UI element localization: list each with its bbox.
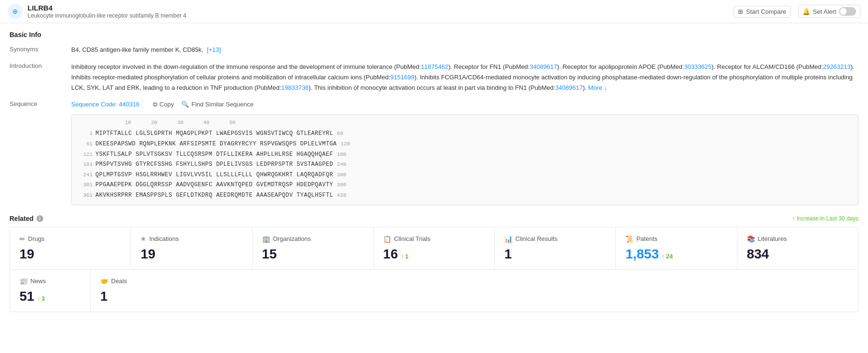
related-info-icon[interactable]: i [37, 215, 43, 222]
synonyms-value: B4, CD85 antigen-like family member K, C… [71, 45, 859, 55]
related-cards-row1: ✏ Drugs 19 ✳ Indications 19 🏢 Organizati… [9, 227, 859, 270]
gene-subtitle: Leukocyte immunoglobulin-like receptor s… [28, 12, 186, 19]
ruler-40: 40 [203, 119, 229, 127]
intro-text-4: ). Receptor for ALCAM/CD166 (PubMed: [712, 63, 823, 70]
intro-pubmed-link-1[interactable]: 11875462 [421, 63, 448, 70]
seq-seg-121: YSKFTLSALP SPLVTSGKSV TLLCQSRSPM DTFLLIK… [95, 150, 333, 160]
card-clinical-results[interactable]: 📊 Clinical Results 1 [495, 228, 616, 269]
sequence-row: Sequence Sequence Code: 440316 ⧉ Copy 🔍 … [9, 100, 859, 205]
card-organizations[interactable]: 🏢 Organizations 15 [253, 228, 374, 269]
patents-label: Patents [636, 235, 657, 242]
seq-num-61: 61 [77, 140, 95, 149]
header: ⊕ LILRB4 Leukocyte immunoglobulin-like r… [0, 0, 868, 23]
intro-pubmed-link-5[interactable]: 9151699 [390, 74, 415, 81]
set-alert-button[interactable]: 🔔 Set Alert [798, 5, 860, 18]
clinical-results-icon: 📊 [504, 235, 512, 243]
seq-row-301: 301 PPGAAEPEPK DGGLQRRSSP AADVQGENFC AAV… [77, 180, 852, 191]
seq-row-241: 241 QPLMPTGSVP HSGLRRHWEV LIGVLVVSIL LLS… [77, 170, 852, 181]
seq-row-1: 1 MIPTFTALLC LGLSLGPRTH MQAGPLPKPT LWAEP… [77, 129, 852, 139]
patents-icon: 📜 [625, 235, 633, 243]
seq-num-301: 301 [77, 181, 95, 190]
seq-num-121: 121 [77, 150, 95, 160]
introduction-value: Inhibitory receptor involved in the down… [71, 62, 859, 93]
seq-end-181: 240 [337, 160, 347, 170]
card-literatures[interactable]: 📚 Literatures 834 [737, 228, 858, 269]
sequence-code[interactable]: Sequence Code: 440316 [71, 100, 140, 110]
related-cards-row2: 📰 News 51 ↑ 3 🤝 Deals 1 [9, 270, 859, 312]
drugs-value: 19 [19, 247, 121, 262]
set-alert-label: Set Alert [813, 8, 836, 15]
news-value-row: 51 ↑ 3 [19, 289, 81, 304]
intro-text-3: ). Receptor for apolipoprotein APOE (Pub… [557, 63, 684, 70]
card-drugs[interactable]: ✏ Drugs 19 [10, 228, 131, 269]
intro-text-7: ). This inhibition of monocyte activatio… [309, 84, 555, 91]
intro-text-1: Inhibitory receptor involved in the down… [71, 63, 421, 70]
indications-label: Indications [149, 235, 179, 242]
clinical-trials-value: 16 [383, 247, 398, 262]
card-clinical-trials[interactable]: 📋 Clinical Trials 16 ↑ 1 [374, 228, 495, 269]
seq-num-241: 241 [77, 171, 95, 180]
seq-row-121: 121 YSKFTLSALP SPLVTSGKSV TLLCQSRSPM DTF… [77, 150, 852, 160]
drugs-label: Drugs [28, 235, 45, 242]
intro-pubmed-link-4[interactable]: 29263213 [823, 63, 850, 70]
seq-seg-61: DKEESPAPSWD RQNPLEPKNK ARFSIPSMTE DYAGRY… [95, 139, 337, 150]
header-actions: ⊞ Start Compare 🔔 Set Alert [734, 5, 860, 18]
related-section: Related i ↑ Increase in Last 30 days ✏ D… [9, 215, 859, 312]
sequence-ruler: 10 20 30 40 50 [77, 119, 852, 127]
card-clinical-results-header: 📊 Clinical Results [504, 235, 606, 243]
seq-seg-181: PMSPVTSVHG GTYRCFSSHG FSHYLLSHPS DPLELIV… [95, 160, 333, 170]
indications-value: 19 [141, 247, 242, 262]
header-left: ⊕ LILRB4 Leukocyte immunoglobulin-like r… [8, 4, 186, 19]
patents-increase: ↑ 24 [661, 253, 672, 260]
synonyms-more-link[interactable]: [+13] [207, 46, 221, 53]
seq-seg-241: QPLMPTGSVP HSGLRRHWEV LIGVLVVSIL LLSLLLF… [95, 170, 333, 181]
literatures-label: Literatures [758, 235, 787, 242]
copy-button[interactable]: ⧉ Copy [153, 100, 174, 110]
news-up-arrow: ↑ [37, 296, 40, 302]
find-similar-button[interactable]: 🔍 Find Similar Sequence [181, 100, 254, 110]
seq-seg-1: MIPTFTALLC LGLSLGPRTH MQAGPLPKPT LWAEPGS… [95, 129, 333, 139]
sequence-header: Sequence Code: 440316 ⧉ Copy 🔍 Find Simi… [71, 100, 859, 110]
card-patents[interactable]: 📜 Patents 1,853 ↑ 24 [616, 228, 737, 269]
intro-pubmed-link-3[interactable]: 30333625 [684, 63, 712, 70]
alert-toggle[interactable] [839, 7, 856, 16]
card-literatures-header: 📚 Literatures [747, 235, 849, 243]
ruler-30: 30 [177, 119, 203, 127]
intro-pubmed-link-7[interactable]: 34089617 [555, 84, 583, 91]
header-info: LILRB4 Leukocyte immunoglobulin-like rec… [28, 4, 186, 19]
sequence-value: Sequence Code: 440316 ⧉ Copy 🔍 Find Simi… [71, 100, 859, 205]
sequence-actions: ⧉ Copy 🔍 Find Similar Sequence [153, 100, 254, 110]
patents-increase-num: 24 [666, 253, 672, 260]
seq-end-61: 120 [340, 140, 350, 149]
ruler-10: 10 [125, 119, 151, 127]
seq-row-181: 181 PMSPVTSVHG GTYRCFSSHG FSHYLLSHPS DPL… [77, 160, 852, 170]
intro-pubmed-link-2[interactable]: 34089617 [529, 63, 557, 70]
organizations-value: 15 [262, 247, 364, 262]
card-indications[interactable]: ✳ Indications 19 [131, 228, 252, 269]
synonyms-label: Synonyms [9, 45, 71, 55]
introduction-label: Introduction [9, 62, 71, 93]
intro-more-button[interactable]: More ↓ [588, 84, 607, 91]
introduction-row: Introduction Inhibitory receptor involve… [9, 62, 859, 93]
card-deals[interactable]: 🤝 Deals 1 [91, 270, 171, 312]
sequence-scroll[interactable]: 1 MIPTFTALLC LGLSLGPRTH MQAGPLPKPT LWAEP… [77, 129, 852, 200]
news-label: News [30, 277, 46, 285]
literatures-icon: 📚 [747, 235, 755, 243]
news-increase-num: 3 [41, 295, 45, 302]
card-news[interactable]: 📰 News 51 ↑ 3 [10, 270, 91, 312]
card-indications-header: ✳ Indications [141, 235, 242, 243]
card-drugs-header: ✏ Drugs [19, 235, 121, 243]
seq-end-1: 60 [337, 129, 343, 139]
start-compare-label: Start Compare [746, 8, 786, 15]
up-arrow-icon: ↑ [792, 215, 795, 222]
increase-label: ↑ Increase in Last 30 days [792, 215, 859, 222]
card-patents-header: 📜 Patents [625, 235, 727, 243]
find-similar-label: Find Similar Sequence [191, 100, 254, 110]
ruler-20: 20 [151, 119, 177, 127]
seq-end-361: 420 [337, 191, 347, 200]
start-compare-button[interactable]: ⊞ Start Compare [734, 6, 791, 18]
intro-pubmed-link-6[interactable]: 19833736 [281, 84, 309, 91]
intro-text-2: ). Receptor for FN1 (PubMed: [448, 63, 529, 70]
organizations-label: Organizations [273, 235, 311, 242]
seq-end-241: 300 [337, 171, 347, 180]
